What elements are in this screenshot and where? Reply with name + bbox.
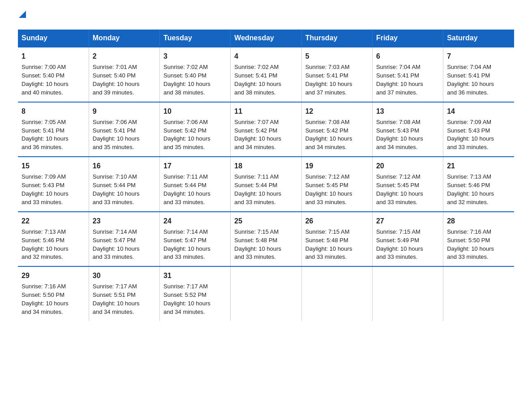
day-number: 25: [234, 216, 297, 226]
daylight-minutes: and 33 minutes.: [234, 253, 276, 260]
calendar-cell: 26Sunrise: 7:15 AMSunset: 5:48 PMDayligh…: [301, 212, 372, 267]
calendar-week-3: 15Sunrise: 7:09 AMSunset: 5:43 PMDayligh…: [18, 157, 514, 212]
calendar-cell: 27Sunrise: 7:15 AMSunset: 5:49 PMDayligh…: [372, 212, 443, 267]
day-number: 29: [21, 270, 85, 281]
sunrise-label: Sunrise: 7:11 AM: [163, 173, 208, 180]
sunrise-label: Sunrise: 7:14 AM: [93, 228, 137, 235]
daylight-label: Daylight: 10 hours: [447, 245, 494, 252]
sunrise-label: Sunrise: 7:00 AM: [21, 64, 66, 70]
calendar-cell: 1Sunrise: 7:00 AMSunset: 5:40 PMDaylight…: [18, 47, 89, 102]
calendar-cell: 14Sunrise: 7:09 AMSunset: 5:43 PMDayligh…: [443, 102, 514, 157]
daylight-minutes: and 33 minutes.: [21, 199, 63, 206]
sunrise-label: Sunrise: 7:13 AM: [21, 228, 66, 235]
calendar-week-5: 29Sunrise: 7:16 AMSunset: 5:50 PMDayligh…: [18, 266, 514, 321]
calendar-cell: 25Sunrise: 7:15 AMSunset: 5:48 PMDayligh…: [231, 212, 301, 267]
day-number: 31: [163, 270, 227, 281]
day-number: 10: [163, 106, 227, 116]
calendar-cell: 3Sunrise: 7:02 AMSunset: 5:40 PMDaylight…: [160, 47, 231, 102]
daylight-label: Daylight: 10 hours: [163, 300, 210, 307]
calendar-cell: 22Sunrise: 7:13 AMSunset: 5:46 PMDayligh…: [18, 212, 89, 267]
daylight-minutes: and 33 minutes.: [305, 253, 347, 260]
sunrise-label: Sunrise: 7:06 AM: [93, 119, 137, 125]
daylight-label: Daylight: 10 hours: [234, 81, 281, 87]
day-number: 12: [305, 106, 369, 116]
sunrise-label: Sunrise: 7:13 AM: [447, 173, 491, 180]
daylight-minutes: and 32 minutes.: [447, 199, 489, 206]
header-monday: Monday: [89, 30, 159, 47]
day-number: 13: [376, 106, 439, 116]
sunset-label: Sunset: 5:40 PM: [21, 72, 64, 79]
sunrise-label: Sunrise: 7:09 AM: [21, 173, 66, 180]
sunrise-label: Sunrise: 7:16 AM: [447, 228, 491, 235]
daylight-minutes: and 33 minutes.: [447, 253, 489, 260]
daylight-minutes: and 33 minutes.: [93, 199, 134, 206]
sunset-label: Sunset: 5:46 PM: [447, 182, 490, 188]
calendar-cell: [231, 266, 301, 321]
sunset-label: Sunset: 5:41 PM: [447, 72, 490, 79]
sunset-label: Sunset: 5:41 PM: [305, 72, 348, 79]
sunrise-label: Sunrise: 7:17 AM: [163, 283, 208, 290]
daylight-minutes: and 36 minutes.: [21, 144, 63, 150]
daylight-minutes: and 33 minutes.: [305, 199, 347, 206]
sunset-label: Sunset: 5:42 PM: [234, 127, 277, 134]
sunset-label: Sunset: 5:45 PM: [305, 182, 348, 188]
day-number: 5: [305, 51, 369, 61]
day-number: 2: [93, 51, 156, 61]
sunset-label: Sunset: 5:49 PM: [376, 237, 419, 244]
sunrise-label: Sunrise: 7:07 AM: [234, 119, 279, 125]
daylight-minutes: and 37 minutes.: [376, 89, 418, 96]
daylight-minutes: and 33 minutes.: [376, 253, 418, 260]
daylight-label: Daylight: 10 hours: [163, 135, 210, 142]
sunrise-label: Sunrise: 7:08 AM: [305, 119, 350, 125]
daylight-minutes: and 34 minutes.: [376, 144, 418, 150]
daylight-label: Daylight: 10 hours: [21, 190, 69, 197]
daylight-minutes: and 33 minutes.: [234, 199, 276, 206]
calendar-cell: 13Sunrise: 7:08 AMSunset: 5:43 PMDayligh…: [372, 102, 443, 157]
day-number: 20: [376, 161, 439, 171]
daylight-minutes: and 37 minutes.: [305, 89, 347, 96]
daylight-label: Daylight: 10 hours: [305, 81, 352, 87]
sunset-label: Sunset: 5:41 PM: [234, 72, 277, 79]
calendar-cell: 30Sunrise: 7:17 AMSunset: 5:51 PMDayligh…: [89, 266, 159, 321]
sunrise-label: Sunrise: 7:04 AM: [376, 64, 420, 70]
sunset-label: Sunset: 5:40 PM: [163, 72, 206, 79]
daylight-label: Daylight: 10 hours: [447, 190, 494, 197]
day-number: 3: [163, 51, 227, 61]
sunset-label: Sunset: 5:40 PM: [93, 72, 136, 79]
calendar-cell: 20Sunrise: 7:12 AMSunset: 5:45 PMDayligh…: [372, 157, 443, 212]
sunrise-label: Sunrise: 7:02 AM: [163, 64, 208, 70]
day-number: 7: [447, 51, 511, 61]
daylight-minutes: and 35 minutes.: [93, 144, 134, 150]
day-number: 24: [163, 216, 227, 226]
daylight-label: Daylight: 10 hours: [93, 81, 140, 87]
sunset-label: Sunset: 5:42 PM: [305, 127, 348, 134]
daylight-minutes: and 40 minutes.: [21, 89, 63, 96]
daylight-minutes: and 36 minutes.: [447, 89, 489, 96]
sunrise-label: Sunrise: 7:15 AM: [234, 228, 279, 235]
daylight-minutes: and 34 minutes.: [234, 144, 276, 150]
daylight-minutes: and 33 minutes.: [93, 253, 134, 260]
calendar-week-4: 22Sunrise: 7:13 AMSunset: 5:46 PMDayligh…: [18, 212, 514, 267]
sunset-label: Sunset: 5:41 PM: [21, 127, 64, 134]
calendar-week-2: 8Sunrise: 7:05 AMSunset: 5:41 PMDaylight…: [18, 102, 514, 157]
day-number: 15: [21, 161, 85, 171]
calendar-table: SundayMondayTuesdayWednesdayThursdayFrid…: [18, 30, 514, 321]
daylight-label: Daylight: 10 hours: [93, 190, 140, 197]
calendar-cell: 8Sunrise: 7:05 AMSunset: 5:41 PMDaylight…: [18, 102, 89, 157]
daylight-label: Daylight: 10 hours: [234, 245, 281, 252]
sunrise-label: Sunrise: 7:02 AM: [234, 64, 279, 70]
calendar-cell: [372, 266, 443, 321]
sunrise-label: Sunrise: 7:05 AM: [21, 119, 66, 125]
daylight-label: Daylight: 10 hours: [376, 245, 423, 252]
daylight-label: Daylight: 10 hours: [21, 135, 69, 142]
sunset-label: Sunset: 5:44 PM: [93, 182, 136, 188]
sunrise-label: Sunrise: 7:15 AM: [376, 228, 420, 235]
daylight-label: Daylight: 10 hours: [21, 300, 69, 307]
calendar-cell: 10Sunrise: 7:06 AMSunset: 5:42 PMDayligh…: [160, 102, 231, 157]
daylight-minutes: and 33 minutes.: [163, 199, 205, 206]
sunrise-label: Sunrise: 7:10 AM: [93, 173, 137, 180]
day-number: 9: [93, 106, 156, 116]
daylight-minutes: and 33 minutes.: [447, 144, 489, 150]
daylight-minutes: and 32 minutes.: [21, 253, 63, 260]
sunrise-label: Sunrise: 7:06 AM: [163, 119, 208, 125]
